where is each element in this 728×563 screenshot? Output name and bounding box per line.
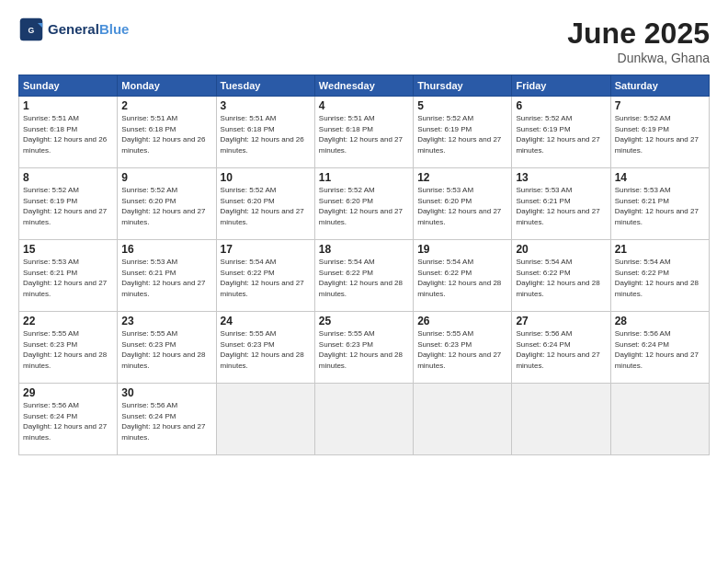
- calendar-cell: 28Sunrise: 5:56 AMSunset: 6:24 PMDayligh…: [610, 312, 709, 384]
- calendar-cell: [314, 384, 413, 455]
- calendar-cell: 20Sunrise: 5:54 AMSunset: 6:22 PMDayligh…: [512, 240, 610, 312]
- day-info: Sunrise: 5:53 AMSunset: 6:21 PMDaylight:…: [615, 186, 699, 226]
- day-number: 23: [121, 315, 211, 327]
- calendar-cell: 5Sunrise: 5:52 AMSunset: 6:19 PMDaylight…: [414, 97, 512, 168]
- calendar-cell: 14Sunrise: 5:53 AMSunset: 6:21 PMDayligh…: [610, 168, 709, 240]
- day-number: 18: [319, 243, 409, 256]
- day-info: Sunrise: 5:52 AMSunset: 6:20 PMDaylight:…: [319, 186, 403, 226]
- day-info: Sunrise: 5:55 AMSunset: 6:23 PMDaylight:…: [121, 329, 205, 370]
- day-number: 10: [221, 171, 311, 184]
- day-number: 20: [516, 243, 606, 256]
- day-info: Sunrise: 5:53 AMSunset: 6:21 PMDaylight:…: [23, 258, 107, 298]
- header: G GeneralBlue June 2025 Dunkwa, Ghana: [18, 17, 710, 65]
- calendar-cell: 9Sunrise: 5:52 AMSunset: 6:20 PMDaylight…: [118, 168, 216, 240]
- calendar-week-row: 22Sunrise: 5:55 AMSunset: 6:23 PMDayligh…: [19, 312, 710, 384]
- day-number: 26: [417, 315, 507, 327]
- day-info: Sunrise: 5:56 AMSunset: 6:24 PMDaylight:…: [121, 401, 205, 442]
- day-number: 30: [121, 386, 211, 399]
- calendar-header-row: SundayMondayTuesdayWednesdayThursdayFrid…: [19, 75, 710, 97]
- day-header-monday: Monday: [118, 75, 216, 97]
- day-number: 2: [121, 99, 211, 112]
- day-info: Sunrise: 5:51 AMSunset: 6:18 PMDaylight:…: [23, 114, 107, 155]
- calendar-table: SundayMondayTuesdayWednesdayThursdayFrid…: [18, 75, 710, 455]
- calendar-cell: 26Sunrise: 5:55 AMSunset: 6:23 PMDayligh…: [414, 312, 512, 384]
- calendar-cell: 15Sunrise: 5:53 AMSunset: 6:21 PMDayligh…: [19, 240, 118, 312]
- day-number: 15: [23, 243, 113, 256]
- day-header-friday: Friday: [512, 75, 610, 97]
- calendar-cell: 23Sunrise: 5:55 AMSunset: 6:23 PMDayligh…: [118, 312, 216, 384]
- calendar-cell: 25Sunrise: 5:55 AMSunset: 6:23 PMDayligh…: [314, 312, 413, 384]
- day-number: 22: [23, 315, 113, 327]
- day-info: Sunrise: 5:52 AMSunset: 6:20 PMDaylight:…: [121, 186, 205, 226]
- day-number: 13: [516, 171, 606, 184]
- logo-icon: G: [18, 17, 44, 42]
- day-number: 14: [615, 171, 705, 184]
- day-number: 6: [516, 99, 606, 112]
- calendar-cell: 8Sunrise: 5:52 AMSunset: 6:19 PMDaylight…: [19, 168, 118, 240]
- day-info: Sunrise: 5:52 AMSunset: 6:20 PMDaylight:…: [221, 186, 304, 226]
- day-number: 28: [615, 315, 705, 327]
- day-header-wednesday: Wednesday: [314, 75, 413, 97]
- day-info: Sunrise: 5:54 AMSunset: 6:22 PMDaylight:…: [221, 258, 304, 298]
- day-info: Sunrise: 5:52 AMSunset: 6:19 PMDaylight:…: [417, 114, 501, 155]
- calendar-cell: 22Sunrise: 5:55 AMSunset: 6:23 PMDayligh…: [19, 312, 118, 384]
- logo-blue: Blue: [99, 21, 130, 37]
- calendar-week-row: 15Sunrise: 5:53 AMSunset: 6:21 PMDayligh…: [19, 240, 710, 312]
- day-info: Sunrise: 5:53 AMSunset: 6:20 PMDaylight:…: [417, 186, 501, 226]
- day-info: Sunrise: 5:56 AMSunset: 6:24 PMDaylight:…: [23, 401, 107, 442]
- day-info: Sunrise: 5:54 AMSunset: 6:22 PMDaylight:…: [319, 258, 403, 298]
- day-number: 17: [221, 243, 311, 256]
- calendar-cell: 18Sunrise: 5:54 AMSunset: 6:22 PMDayligh…: [314, 240, 413, 312]
- day-number: 21: [615, 243, 705, 256]
- day-info: Sunrise: 5:53 AMSunset: 6:21 PMDaylight:…: [516, 186, 599, 226]
- logo-text: GeneralBlue: [48, 21, 129, 38]
- calendar-cell: 12Sunrise: 5:53 AMSunset: 6:20 PMDayligh…: [414, 168, 512, 240]
- day-number: 8: [23, 171, 113, 184]
- day-number: 5: [417, 99, 507, 112]
- day-number: 27: [516, 315, 606, 327]
- day-header-tuesday: Tuesday: [216, 75, 314, 97]
- day-info: Sunrise: 5:54 AMSunset: 6:22 PMDaylight:…: [417, 258, 501, 298]
- day-number: 11: [319, 171, 409, 184]
- month-title: June 2025: [567, 17, 710, 51]
- calendar-cell: 3Sunrise: 5:51 AMSunset: 6:18 PMDaylight…: [216, 97, 314, 168]
- calendar-cell: 21Sunrise: 5:54 AMSunset: 6:22 PMDayligh…: [610, 240, 709, 312]
- day-info: Sunrise: 5:56 AMSunset: 6:24 PMDaylight:…: [516, 329, 599, 370]
- day-info: Sunrise: 5:55 AMSunset: 6:23 PMDaylight:…: [23, 329, 107, 370]
- calendar-cell: 16Sunrise: 5:53 AMSunset: 6:21 PMDayligh…: [118, 240, 216, 312]
- day-number: 1: [23, 99, 113, 112]
- day-number: 12: [417, 171, 507, 184]
- location: Dunkwa, Ghana: [567, 51, 710, 65]
- day-info: Sunrise: 5:54 AMSunset: 6:22 PMDaylight:…: [615, 258, 699, 298]
- calendar-cell: 24Sunrise: 5:55 AMSunset: 6:23 PMDayligh…: [216, 312, 314, 384]
- day-number: 9: [121, 171, 211, 184]
- day-info: Sunrise: 5:55 AMSunset: 6:23 PMDaylight:…: [319, 329, 403, 370]
- day-info: Sunrise: 5:51 AMSunset: 6:18 PMDaylight:…: [221, 114, 304, 155]
- title-block: June 2025 Dunkwa, Ghana: [567, 17, 710, 65]
- calendar-cell: 13Sunrise: 5:53 AMSunset: 6:21 PMDayligh…: [512, 168, 610, 240]
- calendar-cell: [512, 384, 610, 455]
- day-header-saturday: Saturday: [610, 75, 709, 97]
- day-number: 29: [23, 386, 113, 399]
- day-info: Sunrise: 5:52 AMSunset: 6:19 PMDaylight:…: [23, 186, 107, 226]
- day-header-thursday: Thursday: [414, 75, 512, 97]
- calendar-cell: 11Sunrise: 5:52 AMSunset: 6:20 PMDayligh…: [314, 168, 413, 240]
- day-info: Sunrise: 5:52 AMSunset: 6:19 PMDaylight:…: [615, 114, 699, 155]
- calendar-cell: 4Sunrise: 5:51 AMSunset: 6:18 PMDaylight…: [314, 97, 413, 168]
- day-number: 3: [221, 99, 311, 112]
- calendar-cell: 10Sunrise: 5:52 AMSunset: 6:20 PMDayligh…: [216, 168, 314, 240]
- day-info: Sunrise: 5:51 AMSunset: 6:18 PMDaylight:…: [121, 114, 205, 155]
- day-info: Sunrise: 5:54 AMSunset: 6:22 PMDaylight:…: [516, 258, 599, 298]
- svg-text:G: G: [28, 26, 35, 35]
- calendar-week-row: 29Sunrise: 5:56 AMSunset: 6:24 PMDayligh…: [19, 384, 710, 455]
- day-number: 16: [121, 243, 211, 256]
- calendar-cell: [216, 384, 314, 455]
- calendar-cell: 29Sunrise: 5:56 AMSunset: 6:24 PMDayligh…: [19, 384, 118, 455]
- logo-general: General: [48, 21, 99, 37]
- calendar-cell: 1Sunrise: 5:51 AMSunset: 6:18 PMDaylight…: [19, 97, 118, 168]
- day-number: 24: [221, 315, 311, 327]
- day-info: Sunrise: 5:53 AMSunset: 6:21 PMDaylight:…: [121, 258, 205, 298]
- calendar-cell: [414, 384, 512, 455]
- calendar-week-row: 1Sunrise: 5:51 AMSunset: 6:18 PMDaylight…: [19, 97, 710, 168]
- day-info: Sunrise: 5:55 AMSunset: 6:23 PMDaylight:…: [221, 329, 304, 370]
